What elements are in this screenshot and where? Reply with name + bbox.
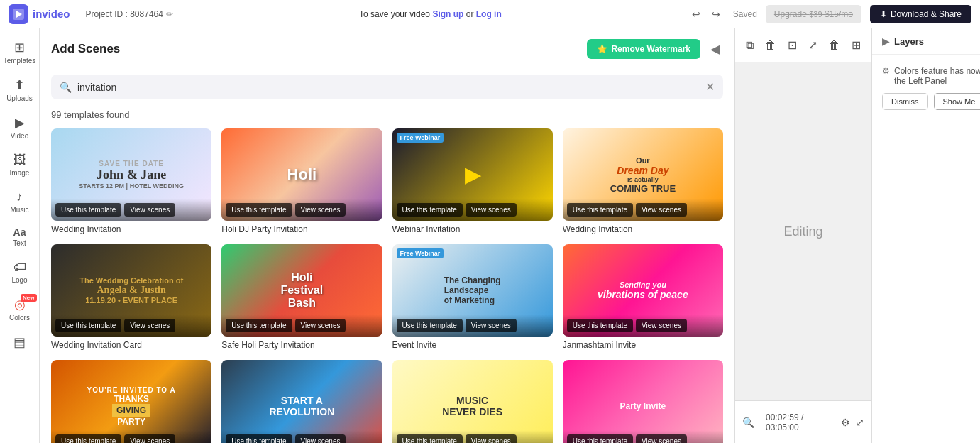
timeline: 🔍 00:02:59 / 03:05:00 ⚙ ⤢ [735,400,871,443]
use-template-12[interactable]: Use this template [567,434,633,443]
sidebar-label-colors: Colors [9,314,30,322]
view-scenes-10[interactable]: View scenes [295,434,346,443]
template-thumb-9: YOU'RE INVITED TO A THANKS GIVING PARTY … [51,360,211,443]
use-template-8[interactable]: Use this template [567,319,633,332]
thumb-actions-3: Use this template View scenes [392,199,553,221]
layers-title: Layers [894,36,924,47]
logo-icon [9,4,28,24]
colors-notice-text: ⚙ Colors feature has now moved to the Le… [882,66,980,86]
download-label: Download & Share [891,9,962,19]
notice-buttons: Dismiss Show Me [882,93,980,110]
template-card-4: Our Dream Day is actually COMING TRUE Us… [563,128,723,234]
use-template-4[interactable]: Use this template [567,203,633,217]
view-scenes-11[interactable]: View scenes [466,434,517,443]
view-scenes-6[interactable]: View scenes [295,319,346,332]
show-me-button[interactable]: Show Me [934,93,981,110]
use-template-5[interactable]: Use this template [55,319,121,332]
template-name-5: Wedding Invitation Card [51,340,211,350]
thumb-actions-1: Use this template View scenes [51,199,211,221]
signup-link[interactable]: Sign up [432,9,463,19]
search-input[interactable] [77,82,700,93]
thumb-actions-12: Use this template View scenes [563,430,723,443]
template-card-11: MUSIC NEVER DIES Use this template View … [392,360,553,443]
thumb-actions-11: Use this template View scenes [392,430,553,443]
template-card-2: Holi Use this template View scenes Holi … [221,128,382,234]
template-thumb-12: Party Invite Use this template View scen… [563,360,723,443]
use-template-11[interactable]: Use this template [397,434,463,443]
old-price: $39 [809,10,822,18]
project-id: Project ID : 8087464 ✏ [86,9,173,19]
grid-button[interactable]: ⊞ [848,35,864,55]
template-card-3: Free Webinar ▶ Use this template View sc… [392,128,553,234]
sidebar-item-music[interactable]: ♪ Music [1,184,38,219]
layers-expand-button[interactable]: ▶ [882,35,890,47]
view-scenes-8[interactable]: View scenes [636,319,687,332]
template-thumb-2: Holi Use this template View scenes [221,128,382,221]
delete-scene-button[interactable]: 🗑 [761,35,780,55]
template-name-7: Event Invite [392,340,553,350]
thumb-actions-4: Use this template View scenes [563,199,723,221]
login-link[interactable]: Log in [476,9,502,19]
thumb-actions-10: Use this template View scenes [221,430,382,443]
sidebar-item-layers[interactable]: ▤ [1,329,38,356]
upgrade-button[interactable]: Upgrade $39 $15/mo [766,5,861,23]
use-template-2[interactable]: Use this template [226,203,292,217]
layers-panel: ▶ Layers ⚙ Colors feature has now moved … [871,28,980,443]
music-icon: ♪ [16,190,23,204]
view-scenes-1[interactable]: View scenes [124,203,175,217]
panel-close-button[interactable]: ◀ [708,38,723,60]
remove-watermark-button[interactable]: ⭐ Remove Watermark [587,39,700,59]
free-badge-3: Free Webinar [397,133,444,143]
view-scenes-7[interactable]: View scenes [466,319,517,332]
dismiss-button[interactable]: Dismiss [882,93,928,110]
use-template-6[interactable]: Use this template [226,319,292,332]
search-wrap: 🔍 ✕ [51,75,723,99]
view-scenes-5[interactable]: View scenes [124,319,175,332]
watermark-label: Remove Watermark [611,44,690,54]
use-template-3[interactable]: Use this template [397,203,463,217]
timeline-settings[interactable]: ⚙ [841,417,850,428]
sidebar-label-video: Video [11,132,28,140]
download-button[interactable]: ⬇ Download & Share [870,5,971,23]
view-scenes-12[interactable]: View scenes [636,434,687,443]
template-thumb-1: SAVE THE DATE John & Jane STARTS 12 PM |… [51,128,211,221]
expand-button[interactable]: ⤢ [805,35,821,55]
redo-button[interactable]: ↪ [708,6,725,23]
view-scenes-2[interactable]: View scenes [295,203,346,217]
panel-header: Add Scenes ⭐ Remove Watermark ◀ [40,28,734,67]
crop-button[interactable]: ⊡ [784,35,800,55]
template-thumb-6: Holi Festival Bash Use this template Vie… [221,244,382,337]
canvas-column: ⧉ 🗑 ⊡ ⤢ 🗑 ⊞ Editing 🔍 00:02:59 / 03:05:0… [735,28,871,443]
view-scenes-4[interactable]: View scenes [636,203,687,217]
trash-button[interactable]: 🗑 [825,35,844,55]
timeline-expand[interactable]: ⤢ [856,417,864,428]
sidebar-item-logo[interactable]: 🏷 Logo [1,254,38,290]
uploads-icon: ⬆ [14,77,25,93]
template-card-7: Free Webinar The ChangingLandscapeof Mar… [392,244,553,350]
use-template-1[interactable]: Use this template [55,203,121,217]
use-template-9[interactable]: Use this template [55,434,121,443]
edit-icon[interactable]: ✏ [166,9,173,19]
view-scenes-3[interactable]: View scenes [466,203,517,217]
undo-button[interactable]: ↩ [688,6,705,23]
sidebar-label-text: Text [13,239,26,247]
use-template-10[interactable]: Use this template [226,434,292,443]
sidebar-item-video[interactable]: ▶ Video [1,109,38,146]
template-name-3: Webinar Invitation [392,224,553,234]
zoom-out-button[interactable]: 🔍 [742,417,754,428]
use-template-7[interactable]: Use this template [397,319,463,332]
clear-search-button[interactable]: ✕ [705,80,715,94]
sidebar-item-image[interactable]: 🖼 Image [1,147,38,182]
sidebar-item-colors[interactable]: ◎ Colors [1,291,38,327]
free-badge-7: Free Webinar [397,248,444,258]
left-sidebar: ⊞ Templates ⬆ Uploads ▶ Video 🖼 Image ♪ … [0,28,40,443]
add-scenes-panel: Add Scenes ⭐ Remove Watermark ◀ 🔍 ✕ 99 t… [40,28,735,443]
layers-icon: ▤ [13,334,26,350]
image-icon: 🖼 [13,153,26,168]
sidebar-item-uploads[interactable]: ⬆ Uploads [1,72,38,108]
view-scenes-9[interactable]: View scenes [124,434,175,443]
sidebar-item-templates[interactable]: ⊞ Templates [1,34,38,70]
sidebar-item-text[interactable]: Aa Text [1,221,38,253]
duplicate-button[interactable]: ⧉ [742,35,757,55]
sidebar-label-uploads: Uploads [6,94,33,102]
